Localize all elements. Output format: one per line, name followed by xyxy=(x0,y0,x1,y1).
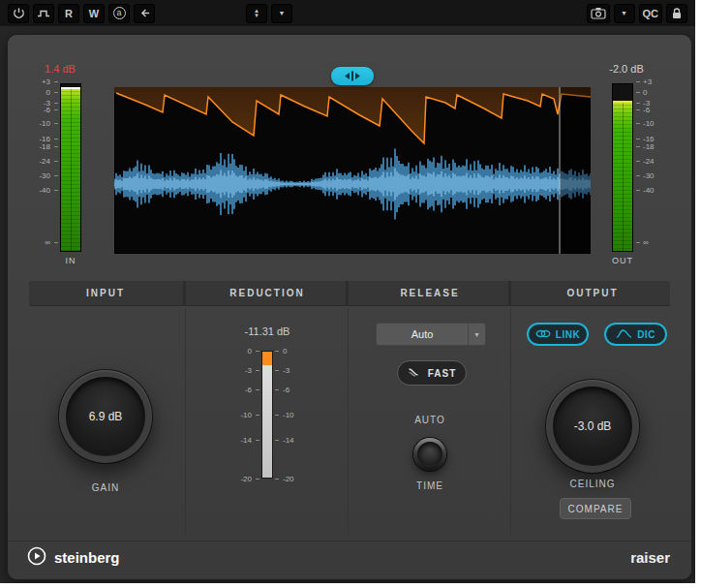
meter-tick xyxy=(54,242,58,243)
meter-scale-label: -6 xyxy=(223,386,252,394)
footer-divider xyxy=(8,541,691,542)
ceiling-label: CEILING xyxy=(554,479,631,489)
meter-tick xyxy=(54,109,58,110)
output-panel-title: OUTPUT xyxy=(515,288,670,298)
read-automation-label: R xyxy=(65,8,73,19)
gain-reduction-meter xyxy=(261,351,273,479)
meter-tick xyxy=(54,92,58,93)
fast-release-icon xyxy=(408,366,422,380)
functions-menu-button[interactable]: ▼ xyxy=(614,4,635,23)
meter-scale-label: -14 xyxy=(223,436,252,445)
release-mode-select[interactable]: Auto ▼ xyxy=(376,323,486,346)
input-peak-line xyxy=(61,87,80,89)
bypass-button[interactable] xyxy=(33,4,54,23)
steinberg-logo: steinberg xyxy=(27,546,120,569)
quick-controls-button[interactable]: QC xyxy=(639,4,663,23)
input-meter-label: IN xyxy=(49,256,92,265)
meter-scale-label: -3 xyxy=(223,366,252,375)
meter-tick xyxy=(54,175,58,176)
meter-scale-label: ∞ xyxy=(643,238,672,247)
time-knob[interactable] xyxy=(413,438,446,471)
plugin-name: raiser xyxy=(630,549,670,566)
auto-label: AUTO xyxy=(391,415,469,425)
meter-tick xyxy=(636,109,640,110)
activate-button[interactable] xyxy=(8,4,29,23)
toolbar-right-group: ▼ QC xyxy=(587,4,688,23)
header-divider xyxy=(183,281,186,305)
meter-scale-label: -20 xyxy=(283,475,312,483)
meter-tick xyxy=(275,370,279,371)
meter-tick xyxy=(275,479,279,480)
time-label: TIME xyxy=(391,480,469,491)
power-icon xyxy=(13,7,25,19)
write-automation-button[interactable]: W xyxy=(83,4,105,23)
gain-label: GAIN xyxy=(67,482,144,493)
meter-tick xyxy=(636,103,640,104)
output-peak-readout: -2.0 dB xyxy=(592,63,661,75)
dropdown-arrow-icon: ▼ xyxy=(279,10,286,16)
meter-scale-label: 0 xyxy=(643,88,672,97)
meter-scale-label: 0 xyxy=(283,347,312,356)
release-mode-value: Auto xyxy=(377,324,468,345)
header-divider xyxy=(346,281,349,305)
meter-tick xyxy=(54,81,58,82)
preset-browser-button[interactable] xyxy=(587,4,610,23)
time-knob-face xyxy=(417,442,442,467)
read-automation-button[interactable]: R xyxy=(58,4,79,23)
ceiling-knob[interactable]: -3.0 dB xyxy=(546,380,639,473)
meter-scale-label: -18 xyxy=(21,142,50,151)
panel-separator xyxy=(185,308,186,535)
lock-button[interactable] xyxy=(666,4,687,23)
meter-tick xyxy=(54,139,58,139)
preset-menu-button[interactable]: ▼ xyxy=(271,4,292,23)
ceiling-knob-face: -3.0 dB xyxy=(553,387,632,466)
meter-scale-label: -3 xyxy=(283,366,312,375)
meter-tick xyxy=(54,103,58,104)
meter-channel-divider xyxy=(623,101,624,251)
meter-scale-label: -14 xyxy=(283,436,312,445)
fast-button[interactable]: FAST xyxy=(397,360,467,386)
meter-scale-label: ∞ xyxy=(21,238,50,247)
link-label: LINK xyxy=(556,329,580,340)
meter-tick xyxy=(275,351,279,352)
meter-tick xyxy=(275,389,279,390)
reduction-panel-title: REDUCTION xyxy=(190,288,345,298)
meter-scale-label: +3 xyxy=(21,77,50,86)
compare-button[interactable]: COMPARE xyxy=(560,498,631,519)
meter-tick xyxy=(636,242,640,243)
meter-scale-label: -30 xyxy=(643,171,672,180)
meter-scale-label: -10 xyxy=(223,411,252,419)
raiser-plugin-panel: 1.4 dB -2.0 dB IN OUT xyxy=(8,35,691,579)
meter-scale-label: -6 xyxy=(643,106,672,114)
scrub-handle-button[interactable] xyxy=(331,67,374,85)
header-divider xyxy=(508,281,511,305)
meter-scale-label: -10 xyxy=(21,119,50,128)
meter-tick xyxy=(636,146,640,147)
meter-scale-label: -40 xyxy=(643,186,672,195)
waveform-graph xyxy=(114,87,591,254)
meter-scale-label: -6 xyxy=(21,106,50,114)
envelope-fill xyxy=(114,87,591,143)
dic-button[interactable]: DIC xyxy=(604,323,667,346)
link-icon xyxy=(535,328,551,341)
gain-knob[interactable]: 6.9 dB xyxy=(59,370,152,463)
panel-separator xyxy=(348,308,349,535)
reduction-readout: -11.31 dB xyxy=(219,325,316,337)
meter-tick xyxy=(54,123,58,124)
reduction-meter-rest xyxy=(262,365,272,478)
copy-setup-button[interactable] xyxy=(134,4,155,23)
trim-cursor-icon xyxy=(342,68,363,85)
link-button[interactable]: LINK xyxy=(527,323,589,346)
preset-up-down-icon: ▲▼ xyxy=(254,9,259,18)
preset-prev-next-button[interactable]: ▲▼ xyxy=(246,4,267,23)
setup-a-button[interactable]: a xyxy=(108,4,130,23)
output-peak-line xyxy=(613,101,632,103)
lock-icon xyxy=(671,7,683,19)
meter-tick xyxy=(256,415,259,416)
meter-scale-label: -20 xyxy=(223,475,252,483)
intersample-clip-icon xyxy=(616,328,632,341)
meter-scale-label: -18 xyxy=(643,142,672,151)
setup-a-icon: a xyxy=(113,7,126,19)
quick-controls-label: QC xyxy=(643,8,659,19)
meter-scale-label: 0 xyxy=(21,88,50,97)
